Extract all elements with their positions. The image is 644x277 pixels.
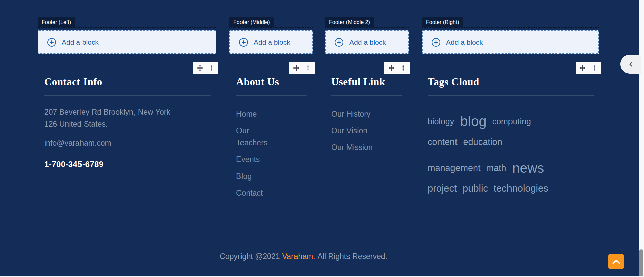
heading-divider [236,95,307,96]
tag-biology[interactable]: biology [428,117,454,126]
heading-divider [428,95,594,96]
address-line-2: 126 United States. [44,118,211,130]
move-handle-icon[interactable] [292,64,300,72]
column-heading: Tags Cloud [428,75,594,89]
scroll-to-top-button[interactable] [608,254,624,269]
about-links: Home Our Teachers Events Blog Contact [236,108,307,199]
tag-education[interactable]: education [463,137,502,147]
add-block-label: Add a block [446,38,483,46]
footer-link-our-teachers[interactable]: Our Teachers [236,125,271,149]
footer-column-tags: Tags Cloud biology blog computing conten… [428,75,594,196]
tag-math[interactable]: math [486,163,506,174]
column-heading: Contact Info [44,75,211,89]
ellipsis-vertical-icon[interactable] [305,64,311,72]
widget-area-dashed-border [38,27,216,28]
widget-area-footer-right: Footer (Right) Add a block [422,17,599,27]
footer-link-home[interactable]: Home [236,108,271,120]
brand-link[interactable]: Varaham. [282,252,315,261]
widget-area-label: Footer (Middle) [229,17,274,27]
widget-top-line [422,62,602,62]
tag-news[interactable]: news [512,160,544,176]
widget-area-label: Footer (Middle 2) [325,17,374,27]
footer-column-useful: Useful Link Our History Our Vision Our M… [331,75,402,158]
add-block-button[interactable]: Add a block [422,30,599,54]
add-block-button[interactable]: Add a block [229,30,313,54]
copyright-suffix: All Rights Reserved. [318,252,387,261]
collapse-controls-button[interactable] [620,55,641,74]
plus-circle-icon [239,38,248,47]
widget-area-footer-middle-2: Footer (Middle 2) Add a block [325,17,409,27]
widget-top-line [38,62,218,62]
plus-circle-icon [47,38,56,47]
vertical-scrollbar-thumb[interactable] [639,249,643,277]
address-line-1: 207 Beverley Rd Brooklyn, New York [44,106,211,118]
footer-link-blog[interactable]: Blog [236,170,271,182]
footer-link-events[interactable]: Events [236,153,271,165]
ellipsis-vertical-icon[interactable] [208,64,215,72]
footer-link-contact[interactable]: Contact [236,187,271,199]
useful-links: Our History Our Vision Our Mission [331,108,402,153]
footer-link-our-vision[interactable]: Our Vision [331,125,375,137]
tag-technologies[interactable]: technologies [494,183,548,194]
contact-email: info@varaham.com [44,138,211,148]
footer-link-our-mission[interactable]: Our Mission [331,141,375,153]
footer-bottom-divider [31,237,607,237]
widget-area-dashed-border [325,27,409,28]
widget-area-dashed-border [229,27,313,28]
tag-row: management math news [428,158,594,178]
ellipsis-vertical-icon[interactable] [591,64,598,72]
chevron-left-icon [627,60,635,69]
add-block-label: Add a block [62,38,99,46]
tag-public[interactable]: public [463,183,488,194]
vertical-scrollbar-track[interactable] [639,0,644,277]
move-handle-icon[interactable] [579,64,586,72]
copyright-text: Copyright @2021Varaham.All Rights Reserv… [0,252,607,261]
tag-computing[interactable]: computing [492,117,531,126]
tag-content[interactable]: content [428,137,458,147]
widget-area-label: Footer (Right) [422,17,463,27]
widget-toolbar [289,62,315,74]
tag-row: project public technologies [428,181,594,196]
chevron-up-icon [611,258,621,265]
widget-area-footer-left: Footer (Left) Add a block [38,17,216,27]
column-heading: About Us [236,75,307,89]
footer-link-our-history[interactable]: Our History [331,108,375,120]
add-block-label: Add a block [349,38,386,46]
widget-toolbar [576,62,601,74]
tag-row: content education [428,135,594,149]
plus-circle-icon [431,38,441,47]
footer-column-about: About Us Home Our Teachers Events Blog C… [236,75,307,204]
footer-preview: Footer (Left) Add a block Footer (Middle… [0,0,644,277]
tag-management[interactable]: management [428,163,481,174]
move-handle-icon[interactable] [388,64,395,72]
move-handle-icon[interactable] [196,64,204,72]
footer-column-contact: Contact Info 207 Beverley Rd Brooklyn, N… [44,75,211,169]
add-block-label: Add a block [254,38,290,46]
ellipsis-vertical-icon[interactable] [400,64,407,72]
tag-cloud: biology blog computing content education… [428,111,594,196]
plus-circle-icon [334,38,344,47]
widget-area-label: Footer (Left) [38,17,75,27]
add-block-button[interactable]: Add a block [38,30,216,54]
add-block-button[interactable]: Add a block [325,30,409,54]
tag-project[interactable]: project [428,183,457,194]
heading-divider [331,95,402,96]
widget-area-footer-middle: Footer (Middle) Add a block [229,17,313,27]
tag-blog[interactable]: blog [460,113,486,129]
tag-row: biology blog computing [428,111,594,132]
copyright-prefix: Copyright @2021 [220,252,280,261]
widget-toolbar [384,62,410,74]
contact-phone: 1-700-345-6789 [44,159,211,169]
column-heading: Useful Link [331,75,402,89]
heading-divider [44,95,211,96]
contact-address: 207 Beverley Rd Brooklyn, New York 126 U… [44,106,211,130]
widget-area-dashed-border [422,27,599,28]
widget-toolbar [193,62,218,74]
